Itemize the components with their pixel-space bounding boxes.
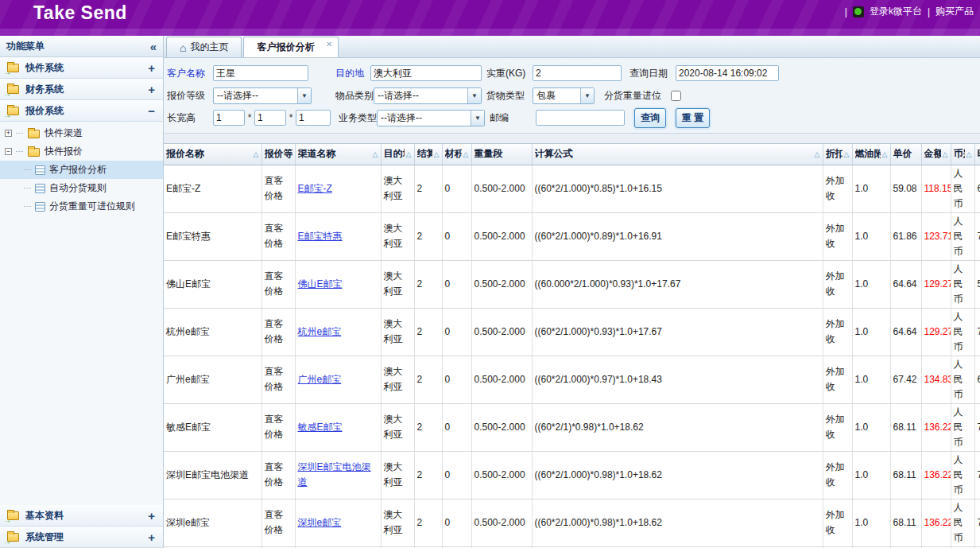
column-label: 计算公式: [535, 147, 573, 161]
sidebar-group-system-mgmt[interactable]: → 系统管理 +: [0, 527, 163, 548]
sort-icon[interactable]: △: [462, 150, 469, 158]
cell-channel[interactable]: 广州e邮宝: [295, 356, 381, 403]
column-header-unit_price[interactable]: 单价: [890, 144, 921, 165]
sidebar-group-finance[interactable]: → 财务系统 +: [0, 79, 163, 100]
tree-leaf-customer-quote-analysis[interactable]: 客户报价分析: [0, 161, 163, 179]
channel-link[interactable]: 杭州e邮宝: [298, 326, 342, 337]
channel-link[interactable]: 佛山E邮宝: [298, 278, 343, 290]
cell-channel[interactable]: 杭州e邮宝: [295, 308, 381, 356]
length-input[interactable]: [213, 110, 245, 126]
collapse-icon[interactable]: −: [148, 104, 155, 118]
tree-folder-express-channel[interactable]: + 快件渠道: [0, 124, 163, 142]
customer-name-input[interactable]: [213, 65, 308, 81]
tree-leaf-weight-carry-rules[interactable]: 分货重量可进位规则: [0, 197, 163, 216]
channel-link[interactable]: 敏感E邮宝: [298, 422, 343, 433]
sidebar-group-express[interactable]: → 快件系统 +: [0, 57, 163, 79]
channel-link[interactable]: E邮宝特惠: [298, 231, 343, 242]
sort-icon[interactable]: △: [881, 150, 888, 158]
channel-link[interactable]: 深圳E邮宝电池渠道: [298, 461, 371, 488]
carry-rule-checkbox[interactable]: [671, 91, 681, 101]
column-header-volume[interactable]: 材积△: [442, 144, 471, 165]
app-header: Take Send | 登录k微平台 | 购买产品: [0, 0, 980, 36]
cell-volume: 0: [442, 356, 471, 403]
business-type-select[interactable]: --请选择-- ▼: [377, 110, 485, 126]
destination-input[interactable]: [370, 65, 482, 81]
column-header-currency[interactable]: 币别△: [951, 144, 974, 165]
table-row: 佛山E邮宝直客价格佛山E邮宝澳大利亚200.500-2.000((60.000*…: [164, 260, 980, 308]
collapse-sidebar-icon[interactable]: «: [150, 40, 157, 53]
column-header-name[interactable]: 报价名称△: [164, 144, 261, 165]
reset-button[interactable]: 重 置: [676, 108, 710, 128]
column-header-formula[interactable]: 计算公式△: [532, 144, 823, 165]
chevron-down-icon[interactable]: ▼: [471, 111, 484, 126]
cell-name: 深圳E邮宝电池渠道: [164, 451, 261, 499]
expand-icon[interactable]: +: [148, 531, 155, 544]
actual-weight-input[interactable]: [533, 65, 622, 81]
expand-icon[interactable]: +: [148, 61, 155, 75]
expand-icon[interactable]: +: [148, 83, 155, 96]
column-header-dest[interactable]: 目的地△: [381, 144, 414, 165]
cell-channel[interactable]: E邮宝-Z: [295, 165, 381, 212]
customer-name-label: 客户名称: [167, 67, 213, 80]
sidebar-spacer: [0, 216, 163, 505]
tree-expand-icon[interactable]: +: [5, 130, 12, 137]
tab-customer-quote-analysis[interactable]: 客户报价分析 ✕: [243, 37, 339, 57]
selected-value: --请选择--: [214, 89, 297, 103]
cell-name: 深圳e邮宝: [164, 499, 261, 546]
column-header-amount[interactable]: 金额△: [921, 144, 951, 165]
width-input[interactable]: [254, 110, 286, 126]
query-button[interactable]: 查询: [634, 108, 666, 128]
buy-product-link[interactable]: 购买产品: [935, 5, 974, 18]
cell-range: 0.500-2.000: [471, 212, 532, 260]
cell-extra: 5: [974, 260, 980, 308]
column-header-level[interactable]: 报价等: [261, 144, 295, 165]
tab-my-homepage[interactable]: ⌂ 我的主页: [166, 37, 242, 57]
sort-icon[interactable]: △: [941, 150, 948, 158]
chevron-down-icon[interactable]: ▼: [297, 88, 311, 103]
sort-icon[interactable]: △: [842, 150, 850, 158]
column-header-channel[interactable]: 渠道名称△: [295, 144, 381, 165]
expand-icon[interactable]: +: [148, 509, 155, 523]
close-tab-icon[interactable]: ✕: [326, 40, 332, 49]
sort-icon[interactable]: △: [405, 150, 412, 158]
sort-icon[interactable]: △: [252, 150, 259, 158]
height-input[interactable]: [296, 110, 331, 126]
chevron-down-icon[interactable]: ▼: [467, 88, 481, 103]
column-header-settle[interactable]: 结算△: [414, 144, 442, 165]
cargo-type-select[interactable]: 包裹 ▼: [533, 87, 595, 104]
sidebar-group-basic-data[interactable]: → 基本资料 +: [0, 505, 163, 527]
sort-icon[interactable]: △: [432, 150, 440, 158]
column-label: 目的地: [384, 147, 405, 161]
sidebar-title: 功能菜单: [6, 40, 150, 53]
cell-settle: 2: [414, 212, 442, 260]
tree-leaf-auto-sorting-rules[interactable]: 自动分货规则: [0, 179, 163, 197]
item-category-select[interactable]: --请选择-- ▼: [374, 87, 482, 104]
cell-channel[interactable]: 深圳e邮宝: [295, 499, 381, 546]
cell-discount: 外加收: [823, 356, 852, 403]
tree-folder-express-quote[interactable]: − 快件报价: [0, 142, 163, 161]
cell-channel[interactable]: 佛山E邮宝: [295, 260, 381, 308]
sort-icon[interactable]: △: [371, 150, 378, 158]
sort-icon[interactable]: △: [965, 150, 972, 158]
postcode-input[interactable]: [536, 110, 625, 126]
cell-settle: 2: [414, 356, 442, 403]
cell-dest: 澳大利亚: [381, 499, 414, 546]
channel-link[interactable]: E邮宝-Z: [298, 183, 332, 194]
query-date-input[interactable]: [676, 65, 779, 81]
tree-collapse-icon[interactable]: −: [5, 148, 12, 155]
cell-channel[interactable]: 深圳E邮宝电池渠道: [295, 451, 381, 499]
column-header-range[interactable]: 重量段: [471, 144, 532, 165]
sort-icon[interactable]: △: [813, 150, 820, 158]
sidebar-group-quotation[interactable]: → 报价系统 −: [0, 100, 163, 122]
column-header-discount[interactable]: 折扣△: [823, 144, 852, 165]
login-kwei-link[interactable]: 登录k微平台: [870, 5, 922, 18]
cell-channel[interactable]: 敏感E邮宝: [295, 403, 381, 451]
channel-link[interactable]: 深圳e邮宝: [298, 517, 342, 528]
cell-channel[interactable]: E邮宝特惠: [295, 212, 381, 260]
chevron-down-icon[interactable]: ▼: [580, 88, 594, 103]
channel-link[interactable]: 广州e邮宝: [298, 374, 342, 385]
column-header-extra[interactable]: 时: [974, 144, 980, 165]
cell-name: E邮宝-Z: [164, 165, 261, 212]
column-header-fuel[interactable]: 燃油附加△: [852, 144, 890, 165]
quote-level-select[interactable]: --请选择-- ▼: [213, 87, 312, 104]
